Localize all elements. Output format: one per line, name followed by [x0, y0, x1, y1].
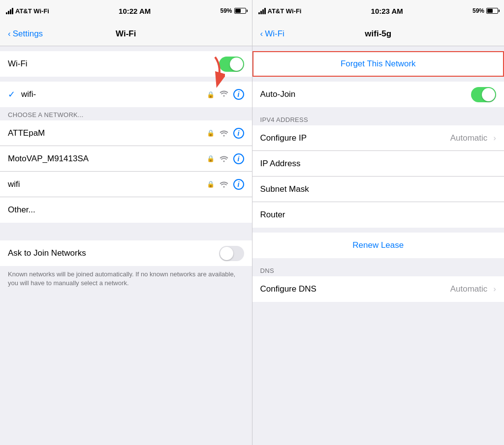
ip-address-cell[interactable]: IP Address: [252, 151, 504, 177]
network-icons-2: 🔒 i: [207, 179, 244, 190]
network-icons-1: 🔒 i: [207, 153, 244, 164]
nav-bar-right: ‹ Wi-Fi wifi-5g: [252, 22, 504, 46]
back-button-right[interactable]: ‹ Wi-Fi: [260, 29, 284, 39]
wifi-section: Wi-Fi: [0, 51, 252, 77]
time-left: 10:22 AM: [119, 7, 151, 15]
router-cell[interactable]: Router: [252, 202, 504, 228]
configure-ip-value: Automatic: [450, 133, 488, 143]
auto-join-section: Auto-Join: [252, 82, 504, 107]
lock-icon-0: 🔒: [207, 129, 215, 137]
ipv4-header: IPV4 ADDRESS: [252, 112, 504, 125]
lock-icon-1: 🔒: [207, 155, 215, 162]
back-label-left: Settings: [13, 29, 43, 39]
right-panel: AT&T Wi-Fi 10:23 AM 59% ‹ Wi-Fi wifi-5g …: [252, 0, 504, 445]
svg-point-2: [223, 160, 224, 162]
configure-dns-chevron: ›: [493, 284, 496, 294]
checkmark-icon: ✓: [8, 89, 15, 100]
status-right-right: 59%: [472, 7, 498, 14]
configure-ip-cell[interactable]: Configure IP Automatic ›: [252, 125, 504, 151]
ip-section: Configure IP Automatic › IP Address Subn…: [252, 125, 504, 228]
renew-lease-label: Renew Lease: [260, 240, 497, 250]
connected-network-cell[interactable]: ✓ wifi- 🔒 i: [0, 82, 252, 107]
wifi-toggle[interactable]: [219, 57, 244, 72]
renew-lease-cell[interactable]: Renew Lease: [252, 233, 504, 258]
dns-header: DNS: [252, 263, 504, 276]
lock-icon-2: 🔒: [207, 180, 215, 188]
back-label-right: Wi-Fi: [265, 29, 284, 39]
subnet-mask-label: Subnet Mask: [260, 184, 497, 194]
carrier-left: AT&T Wi-Fi: [15, 7, 49, 15]
svg-point-0: [223, 95, 224, 97]
auto-join-label: Auto-Join: [260, 89, 472, 99]
status-bar-right: AT&T Wi-Fi 10:23 AM 59%: [252, 0, 504, 22]
status-bar-left: AT&T Wi-Fi 10:22 AM 59%: [0, 0, 252, 22]
network-row-other[interactable]: Other...: [0, 197, 252, 223]
configure-dns-cell[interactable]: Configure DNS Automatic ›: [252, 276, 504, 302]
connected-section: ✓ wifi- 🔒 i: [0, 82, 252, 107]
ask-join-label: Ask to Join Networks: [8, 248, 219, 258]
nav-title-left: Wi-Fi: [116, 29, 136, 39]
time-right: 10:23 AM: [371, 7, 403, 15]
connected-network-icons: 🔒 i: [207, 89, 244, 100]
ask-join-section: Ask to Join Networks: [0, 240, 252, 266]
network-icons-0: 🔒 i: [207, 128, 244, 139]
status-left-right: AT&T Wi-Fi: [258, 7, 302, 15]
lock-icon-connected: 🔒: [207, 91, 215, 98]
wifi-icon-1: [220, 155, 228, 162]
gap-r5: [252, 258, 504, 263]
battery-icon-right: [486, 8, 498, 14]
ask-join-description: Known networks will be joined automatica…: [0, 266, 252, 296]
status-right-left: 59%: [220, 7, 246, 14]
network-row-1[interactable]: MotoVAP_M91413SA 🔒 i: [0, 146, 252, 172]
auto-join-knob: [482, 88, 495, 101]
ask-join-toggle[interactable]: [219, 246, 244, 261]
signal-icon-right: [258, 8, 266, 14]
gap-r1: [252, 46, 504, 51]
configure-dns-value: Automatic: [450, 284, 488, 294]
back-chevron-right: ‹: [260, 29, 263, 39]
gap-r2: [252, 77, 504, 82]
choose-network-header: CHOOSE A NETWORK...: [0, 107, 252, 120]
ask-join-cell: Ask to Join Networks: [0, 240, 252, 266]
network-name-0: ATTEpaM: [8, 128, 207, 138]
auto-join-toggle[interactable]: [471, 87, 496, 102]
forget-section: Forget This Network: [252, 51, 504, 77]
battery-percent-left: 59%: [220, 7, 232, 14]
signal-icon: [6, 8, 13, 14]
configure-ip-chevron: ›: [493, 133, 496, 143]
wifi-signal-connected: [220, 90, 228, 99]
network-name-other: Other...: [8, 205, 244, 215]
back-chevron-left: ‹: [8, 29, 11, 39]
ip-address-label: IP Address: [260, 159, 497, 169]
gap-r3: [252, 107, 504, 112]
subnet-mask-cell[interactable]: Subnet Mask: [252, 177, 504, 202]
info-icon-0[interactable]: i: [233, 128, 244, 139]
dns-section: Configure DNS Automatic ›: [252, 276, 504, 302]
network-list: ATTEpaM 🔒 i MotoVAP_M91413SA 🔒 i wifi 🔒 …: [0, 120, 252, 223]
gap3: [0, 223, 252, 240]
info-icon-2[interactable]: i: [233, 179, 244, 190]
renew-section: Renew Lease: [252, 233, 504, 258]
wifi-icon-0: [220, 130, 228, 137]
configure-dns-label: Configure DNS: [260, 284, 450, 294]
back-button-left[interactable]: ‹ Settings: [8, 29, 43, 39]
network-name-1: MotoVAP_M91413SA: [8, 154, 207, 164]
network-row-2[interactable]: wifi 🔒 i: [0, 172, 252, 197]
wifi-icon-2: [220, 181, 228, 188]
gap1: [0, 46, 252, 51]
ask-join-knob: [220, 247, 233, 260]
info-icon-1[interactable]: i: [233, 153, 244, 164]
info-icon-connected[interactable]: i: [233, 89, 244, 100]
network-row-0[interactable]: ATTEpaM 🔒 i: [0, 120, 252, 146]
carrier-right: AT&T Wi-Fi: [268, 7, 302, 15]
status-left: AT&T Wi-Fi: [6, 7, 49, 15]
network-name-2: wifi: [8, 179, 207, 189]
battery-percent-right: 59%: [472, 7, 484, 14]
wifi-toggle-cell: Wi-Fi: [0, 51, 252, 77]
left-panel: AT&T Wi-Fi 10:22 AM 59% ‹ Settings Wi-Fi…: [0, 0, 252, 445]
auto-join-cell: Auto-Join: [252, 82, 504, 107]
forget-label: Forget This Network: [261, 59, 496, 69]
wifi-label: Wi-Fi: [8, 59, 219, 69]
forget-cell[interactable]: Forget This Network: [252, 51, 504, 77]
battery-icon-left: [234, 8, 246, 14]
